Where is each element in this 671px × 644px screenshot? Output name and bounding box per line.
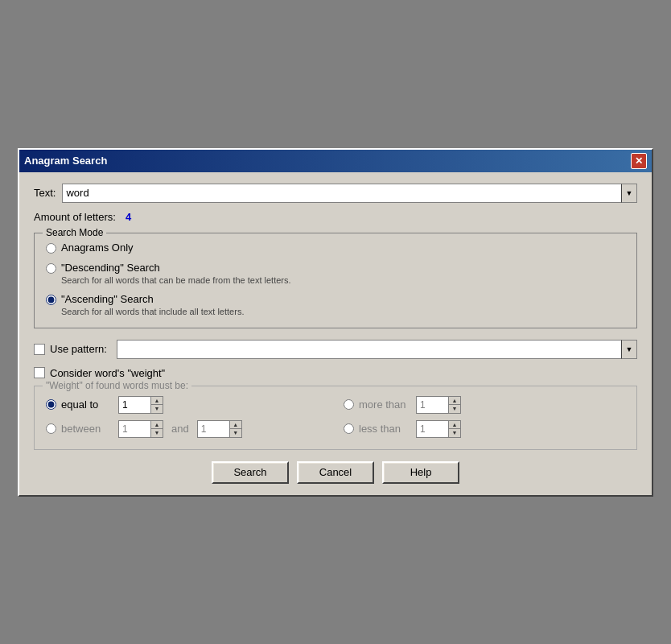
- between-input-1[interactable]: [118, 420, 150, 438]
- between-arrows-1: ▲ ▼: [150, 420, 163, 438]
- weight-grid: equal to ▲ ▼ more than: [46, 396, 625, 438]
- more-than-up[interactable]: ▲: [449, 397, 460, 406]
- between-row: between ▲ ▼ and ▲ ▼: [46, 420, 327, 438]
- more-than-down[interactable]: ▼: [449, 405, 460, 413]
- window-body: Text: ▼ Amount of letters: 4 Search Mode…: [19, 172, 652, 495]
- less-than-arrows: ▲ ▼: [448, 420, 461, 438]
- help-button[interactable]: Help: [382, 461, 459, 484]
- text-input[interactable]: [62, 184, 621, 203]
- more-than-row: more than ▲ ▼: [344, 396, 625, 414]
- between-spinner-1: ▲ ▼: [118, 420, 163, 438]
- less-than-down[interactable]: ▼: [449, 429, 460, 437]
- less-than-row: less than ▲ ▼: [344, 420, 625, 438]
- close-button[interactable]: ✕: [631, 153, 647, 169]
- between-label[interactable]: between: [61, 423, 113, 435]
- less-than-up[interactable]: ▲: [449, 421, 460, 430]
- pattern-combo-arrow[interactable]: ▼: [621, 340, 637, 359]
- pattern-input[interactable]: [117, 340, 621, 359]
- radio-anagrams-label[interactable]: Anagrams Only: [61, 242, 134, 254]
- amount-value: 4: [126, 211, 131, 223]
- more-than-input[interactable]: [416, 396, 448, 414]
- buttons-row: Search Cancel Help: [34, 461, 637, 484]
- more-than-radio[interactable]: [344, 399, 354, 410]
- radio-anagrams-input[interactable]: [46, 243, 56, 254]
- less-than-label[interactable]: less than: [359, 423, 411, 435]
- equal-to-radio[interactable]: [46, 399, 56, 410]
- between-up-1[interactable]: ▲: [151, 421, 163, 430]
- between-arrows-2: ▲ ▼: [229, 420, 242, 438]
- radio-ascending-label[interactable]: "Ascending" Search Search for all words …: [61, 293, 244, 316]
- text-combo: ▼: [62, 184, 637, 203]
- and-label: and: [171, 423, 189, 435]
- pattern-row: Use pattern: ▼: [34, 340, 637, 359]
- text-label: Text:: [34, 187, 56, 199]
- between-down-2[interactable]: ▼: [230, 429, 241, 437]
- dialog-window: Anagram Search ✕ Text: ▼ Amount of lette…: [18, 148, 653, 497]
- radio-anagrams: Anagrams Only: [46, 242, 625, 254]
- weight-group: "Weight" of found words must be: equal t…: [34, 386, 637, 450]
- equal-to-arrows: ▲ ▼: [150, 396, 163, 414]
- less-than-spinner: ▲ ▼: [416, 420, 461, 438]
- equal-to-spinner: ▲ ▼: [118, 396, 163, 414]
- equal-to-up[interactable]: ▲: [151, 397, 163, 406]
- use-pattern-checkbox[interactable]: [34, 344, 45, 355]
- title-bar: Anagram Search ✕: [19, 150, 652, 172]
- amount-row: Amount of letters: 4: [34, 211, 637, 223]
- consider-weight-label[interactable]: Consider word's "weight": [50, 367, 165, 379]
- cancel-button[interactable]: Cancel: [297, 461, 374, 484]
- between-up-2[interactable]: ▲: [230, 421, 241, 430]
- radio-descending-label[interactable]: "Descending" Search Search for all words…: [61, 262, 291, 285]
- equal-to-row: equal to ▲ ▼: [46, 396, 327, 414]
- radio-ascending: "Ascending" Search Search for all words …: [46, 293, 625, 316]
- use-pattern-label[interactable]: Use pattern:: [50, 343, 107, 355]
- radio-descending: "Descending" Search Search for all words…: [46, 262, 625, 285]
- less-than-radio[interactable]: [344, 423, 354, 434]
- equal-to-input[interactable]: [118, 396, 150, 414]
- radio-descending-input[interactable]: [46, 263, 56, 274]
- text-row: Text: ▼: [34, 184, 637, 203]
- amount-label: Amount of letters:: [34, 211, 116, 223]
- window-title: Anagram Search: [24, 155, 107, 167]
- between-input-2[interactable]: [197, 420, 229, 438]
- equal-to-down[interactable]: ▼: [151, 405, 163, 413]
- more-than-label[interactable]: more than: [359, 398, 411, 411]
- between-down-1[interactable]: ▼: [151, 429, 163, 437]
- search-mode-label: Search Mode: [43, 227, 106, 238]
- radio-ascending-input[interactable]: [46, 295, 56, 305]
- search-mode-group: Search Mode Anagrams Only "Descending" S…: [34, 233, 637, 328]
- equal-to-label[interactable]: equal to: [61, 398, 113, 411]
- weight-group-label: "Weight" of found words must be:: [43, 380, 191, 391]
- between-spinner-2: ▲ ▼: [197, 420, 242, 438]
- more-than-spinner: ▲ ▼: [416, 396, 461, 414]
- text-combo-arrow[interactable]: ▼: [621, 184, 637, 203]
- between-radio[interactable]: [46, 423, 56, 434]
- search-button[interactable]: Search: [212, 461, 289, 484]
- less-than-input[interactable]: [416, 420, 448, 438]
- weight-checkbox-row: Consider word's "weight": [34, 367, 637, 379]
- more-than-arrows: ▲ ▼: [448, 396, 461, 414]
- pattern-combo: ▼: [117, 340, 637, 359]
- consider-weight-checkbox[interactable]: [34, 367, 45, 378]
